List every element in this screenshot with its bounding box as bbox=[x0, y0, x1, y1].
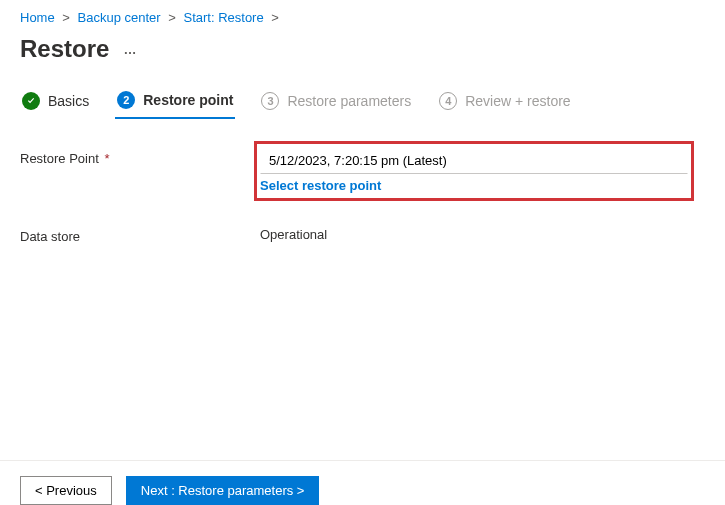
restore-point-input[interactable] bbox=[260, 147, 688, 174]
footer-separator bbox=[0, 460, 725, 461]
tab-label: Basics bbox=[48, 93, 89, 109]
tab-restore-parameters[interactable]: 3 Restore parameters bbox=[259, 86, 413, 118]
required-indicator: * bbox=[104, 151, 109, 166]
breadcrumb: Home > Backup center > Start: Restore > bbox=[0, 0, 725, 31]
next-button[interactable]: Next : Restore parameters > bbox=[126, 476, 320, 505]
page-header: Restore … bbox=[0, 31, 725, 79]
chevron-right-icon: > bbox=[168, 10, 176, 25]
breadcrumb-item-start-restore[interactable]: Start: Restore bbox=[183, 10, 263, 25]
tab-restore-point[interactable]: 2 Restore point bbox=[115, 85, 235, 119]
highlight-callout: Select restore point bbox=[254, 141, 694, 201]
checkmark-icon bbox=[22, 92, 40, 110]
tab-label: Review + restore bbox=[465, 93, 570, 109]
previous-button[interactable]: < Previous bbox=[20, 476, 112, 505]
breadcrumb-item-home[interactable]: Home bbox=[20, 10, 55, 25]
tab-label: Restore parameters bbox=[287, 93, 411, 109]
data-store-label: Data store bbox=[20, 225, 260, 244]
tab-label: Restore point bbox=[143, 92, 233, 108]
wizard-tabs: Basics 2 Restore point 3 Restore paramet… bbox=[0, 79, 725, 119]
data-store-value: Operational bbox=[260, 225, 705, 242]
tab-basics[interactable]: Basics bbox=[20, 86, 91, 118]
step-number-icon: 4 bbox=[439, 92, 457, 110]
step-number-icon: 2 bbox=[117, 91, 135, 109]
breadcrumb-item-backup-center[interactable]: Backup center bbox=[78, 10, 161, 25]
step-number-icon: 3 bbox=[261, 92, 279, 110]
field-restore-point: Restore Point * Select restore point bbox=[20, 147, 705, 201]
form-area: Restore Point * Select restore point Dat… bbox=[0, 119, 725, 244]
chevron-right-icon: > bbox=[271, 10, 279, 25]
chevron-right-icon: > bbox=[62, 10, 70, 25]
footer-actions: < Previous Next : Restore parameters > bbox=[0, 476, 339, 505]
page-title: Restore bbox=[20, 35, 109, 63]
select-restore-point-link[interactable]: Select restore point bbox=[260, 174, 381, 195]
field-data-store: Data store Operational bbox=[20, 225, 705, 244]
tab-review-restore[interactable]: 4 Review + restore bbox=[437, 86, 572, 118]
restore-point-label: Restore Point * bbox=[20, 147, 260, 166]
more-actions-icon[interactable]: … bbox=[123, 42, 138, 57]
